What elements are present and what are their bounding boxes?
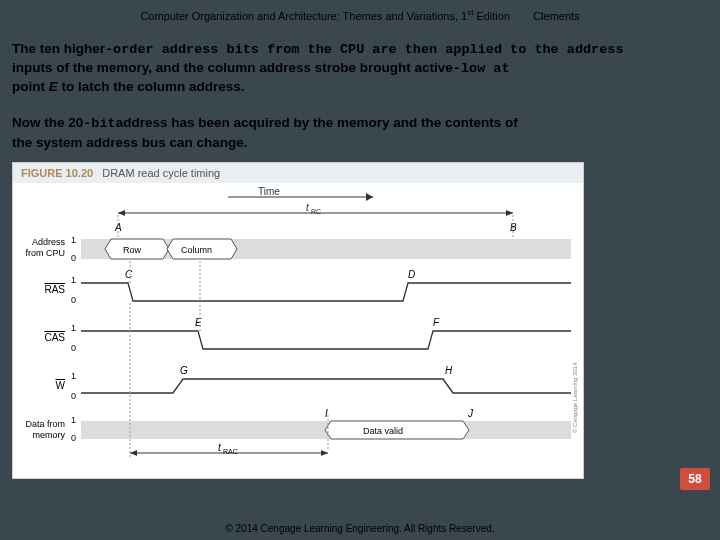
- svg-text:Data valid: Data valid: [363, 426, 403, 436]
- figure-header: FIGURE 10.20 DRAM read cycle timing: [13, 163, 583, 183]
- timing-diagram: Time t RC A B Address from CPU 1 0 Row C…: [13, 183, 583, 468]
- p2-t2: -bit: [83, 116, 115, 131]
- svg-text:RC: RC: [311, 208, 321, 215]
- svg-marker-4: [506, 210, 513, 216]
- time-label: Time: [258, 186, 280, 197]
- svg-text:1: 1: [71, 415, 76, 425]
- svg-text:Data from: Data from: [25, 419, 65, 429]
- slide-header: Computer Organization and Architecture: …: [0, 0, 720, 22]
- svg-text:RAS: RAS: [44, 284, 65, 295]
- author-name: Clements: [533, 10, 579, 22]
- svg-text:0: 0: [71, 391, 76, 401]
- svg-marker-48: [130, 450, 137, 456]
- paragraph-2: Now the 20-bitaddress has been acquired …: [0, 96, 720, 151]
- p1-t7: to latch the column address.: [58, 79, 245, 94]
- p2-t3: address has been acquired by the memory …: [116, 115, 518, 130]
- p1-point-e: E: [49, 79, 58, 94]
- p1-t2: -order address bits from the CPU are the…: [105, 42, 623, 57]
- svg-text:C: C: [125, 269, 133, 280]
- svg-text:t: t: [218, 442, 222, 453]
- svg-text:1: 1: [71, 371, 76, 381]
- p1-t1: The ten higher: [12, 41, 105, 56]
- svg-text:J: J: [467, 408, 474, 419]
- svg-text:t: t: [306, 202, 310, 213]
- svg-text:© Cengage Learning 2014: © Cengage Learning 2014: [572, 362, 578, 433]
- svg-marker-1: [366, 193, 373, 201]
- svg-text:CAS: CAS: [44, 332, 65, 343]
- paragraph-1: The ten higher-order address bits from t…: [0, 22, 720, 97]
- book-title: Computer Organization and Architecture: …: [140, 10, 467, 22]
- svg-text:1: 1: [71, 323, 76, 333]
- svg-text:E: E: [195, 317, 202, 328]
- svg-text:0: 0: [71, 343, 76, 353]
- p1-t4: -low at: [453, 61, 510, 76]
- p1-t3: inputs of the memory, and the column add…: [12, 60, 453, 75]
- svg-marker-3: [118, 210, 125, 216]
- svg-text:F: F: [433, 317, 440, 328]
- svg-text:H: H: [445, 365, 453, 376]
- svg-text:Row: Row: [123, 245, 142, 255]
- p2-t1: Now the 20: [12, 115, 83, 130]
- svg-text:W: W: [56, 380, 66, 391]
- svg-text:1: 1: [71, 235, 76, 245]
- figure-10-20: FIGURE 10.20 DRAM read cycle timing Time…: [12, 162, 584, 479]
- svg-text:G: G: [180, 365, 188, 376]
- figure-number: FIGURE 10.20: [21, 167, 93, 179]
- p1-t5: point: [12, 79, 49, 94]
- svg-text:I: I: [325, 408, 328, 419]
- p2-t4: the system address bus can change.: [12, 135, 248, 150]
- edition-suffix: Edition: [473, 10, 510, 22]
- svg-text:0: 0: [71, 253, 76, 263]
- svg-text:memory: memory: [32, 430, 65, 440]
- slide-footer: © 2014 Cengage Learning Engineering. All…: [0, 523, 720, 534]
- svg-text:from CPU: from CPU: [25, 248, 65, 258]
- svg-text:Column: Column: [181, 245, 212, 255]
- svg-text:0: 0: [71, 433, 76, 443]
- svg-text:RAC: RAC: [223, 448, 238, 455]
- page-number-badge: 58: [680, 468, 710, 490]
- svg-text:D: D: [408, 269, 415, 280]
- svg-marker-49: [321, 450, 328, 456]
- figure-title: DRAM read cycle timing: [102, 167, 220, 179]
- svg-text:Address: Address: [32, 237, 66, 247]
- svg-text:0: 0: [71, 295, 76, 305]
- svg-text:1: 1: [71, 275, 76, 285]
